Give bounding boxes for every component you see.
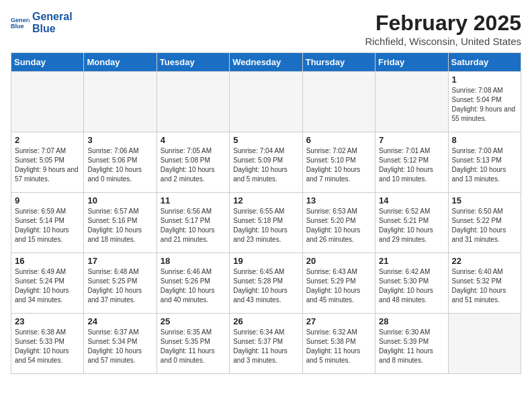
day-cell <box>11 72 84 132</box>
day-number: 24 <box>87 316 152 326</box>
day-number: 1 <box>452 75 517 85</box>
day-info: Sunrise: 7:04 AM Sunset: 5:09 PM Dayligh… <box>233 146 298 184</box>
day-number: 14 <box>379 195 444 205</box>
day-cell: 25Sunrise: 6:35 AM Sunset: 5:35 PM Dayli… <box>157 314 229 374</box>
weekday-header-row: SundayMondayTuesdayWednesdayThursdayFrid… <box>11 53 521 72</box>
week-row-2: 2Sunrise: 7:07 AM Sunset: 5:05 PM Daylig… <box>11 132 521 193</box>
day-cell: 13Sunrise: 6:53 AM Sunset: 5:20 PM Dayli… <box>302 193 375 253</box>
weekday-header-tuesday: Tuesday <box>157 53 229 72</box>
day-info: Sunrise: 6:43 AM Sunset: 5:29 PM Dayligh… <box>306 267 371 305</box>
logo: General Blue General Blue <box>11 11 73 34</box>
day-cell: 6Sunrise: 7:02 AM Sunset: 5:10 PM Daylig… <box>302 132 375 193</box>
day-number: 11 <box>161 195 226 205</box>
day-cell <box>157 72 229 132</box>
day-number: 2 <box>15 135 80 145</box>
week-row-4: 16Sunrise: 6:49 AM Sunset: 5:24 PM Dayli… <box>11 253 521 314</box>
page-header: General Blue General Blue February 2025 … <box>11 11 521 47</box>
day-info: Sunrise: 6:57 AM Sunset: 5:16 PM Dayligh… <box>87 207 152 244</box>
week-row-3: 9Sunrise: 6:59 AM Sunset: 5:14 PM Daylig… <box>11 193 521 253</box>
day-cell: 2Sunrise: 7:07 AM Sunset: 5:05 PM Daylig… <box>11 132 84 193</box>
day-info: Sunrise: 6:46 AM Sunset: 5:26 PM Dayligh… <box>161 267 226 305</box>
day-cell <box>84 72 157 132</box>
day-number: 12 <box>233 195 298 205</box>
day-number: 20 <box>306 256 371 266</box>
week-row-1: 1Sunrise: 7:08 AM Sunset: 5:04 PM Daylig… <box>11 72 521 132</box>
day-number: 13 <box>306 195 371 205</box>
day-info: Sunrise: 6:32 AM Sunset: 5:38 PM Dayligh… <box>306 328 371 365</box>
day-info: Sunrise: 6:35 AM Sunset: 5:35 PM Dayligh… <box>161 328 226 365</box>
day-info: Sunrise: 6:53 AM Sunset: 5:20 PM Dayligh… <box>306 207 371 244</box>
day-cell: 22Sunrise: 6:40 AM Sunset: 5:32 PM Dayli… <box>448 253 521 314</box>
day-info: Sunrise: 7:08 AM Sunset: 5:04 PM Dayligh… <box>452 86 517 124</box>
weekday-header-sunday: Sunday <box>11 53 84 72</box>
calendar-table: SundayMondayTuesdayWednesdayThursdayFrid… <box>11 52 521 374</box>
day-number: 5 <box>233 135 298 145</box>
day-cell: 11Sunrise: 6:56 AM Sunset: 5:17 PM Dayli… <box>157 193 229 253</box>
day-info: Sunrise: 7:06 AM Sunset: 5:06 PM Dayligh… <box>87 146 152 184</box>
day-cell: 23Sunrise: 6:38 AM Sunset: 5:33 PM Dayli… <box>11 314 84 374</box>
day-number: 19 <box>233 256 298 266</box>
week-row-5: 23Sunrise: 6:38 AM Sunset: 5:33 PM Dayli… <box>11 314 521 374</box>
day-number: 3 <box>87 135 152 145</box>
day-cell: 20Sunrise: 6:43 AM Sunset: 5:29 PM Dayli… <box>302 253 375 314</box>
day-info: Sunrise: 6:30 AM Sunset: 5:39 PM Dayligh… <box>379 328 444 365</box>
day-info: Sunrise: 6:40 AM Sunset: 5:32 PM Dayligh… <box>452 267 517 305</box>
day-info: Sunrise: 7:01 AM Sunset: 5:12 PM Dayligh… <box>379 146 444 184</box>
day-number: 18 <box>161 256 226 266</box>
day-cell: 16Sunrise: 6:49 AM Sunset: 5:24 PM Dayli… <box>11 253 84 314</box>
day-info: Sunrise: 6:42 AM Sunset: 5:30 PM Dayligh… <box>379 267 444 305</box>
day-info: Sunrise: 7:02 AM Sunset: 5:10 PM Dayligh… <box>306 146 371 184</box>
day-info: Sunrise: 6:37 AM Sunset: 5:34 PM Dayligh… <box>87 328 152 365</box>
day-number: 10 <box>87 195 152 205</box>
weekday-header-wednesday: Wednesday <box>230 53 302 72</box>
weekday-header-saturday: Saturday <box>448 53 521 72</box>
calendar-subtitle: Richfield, Wisconsin, United States <box>365 36 521 47</box>
day-cell: 12Sunrise: 6:55 AM Sunset: 5:18 PM Dayli… <box>230 193 302 253</box>
logo-text: General Blue <box>32 11 73 34</box>
day-number: 9 <box>15 195 80 205</box>
day-number: 21 <box>379 256 444 266</box>
day-number: 4 <box>161 135 226 145</box>
day-number: 17 <box>87 256 152 266</box>
day-cell: 15Sunrise: 6:50 AM Sunset: 5:22 PM Dayli… <box>448 193 521 253</box>
day-info: Sunrise: 6:56 AM Sunset: 5:17 PM Dayligh… <box>161 207 226 244</box>
svg-text:Blue: Blue <box>11 23 24 30</box>
day-cell: 17Sunrise: 6:48 AM Sunset: 5:25 PM Dayli… <box>84 253 157 314</box>
title-area: February 2025 Richfield, Wisconsin, Unit… <box>365 11 521 47</box>
day-info: Sunrise: 6:50 AM Sunset: 5:22 PM Dayligh… <box>452 207 517 244</box>
day-info: Sunrise: 7:05 AM Sunset: 5:08 PM Dayligh… <box>161 146 226 184</box>
day-number: 25 <box>161 316 226 326</box>
day-info: Sunrise: 6:49 AM Sunset: 5:24 PM Dayligh… <box>15 267 80 305</box>
day-number: 28 <box>379 316 444 326</box>
day-cell: 27Sunrise: 6:32 AM Sunset: 5:38 PM Dayli… <box>302 314 375 374</box>
day-number: 22 <box>452 256 517 266</box>
day-number: 27 <box>306 316 371 326</box>
day-info: Sunrise: 6:38 AM Sunset: 5:33 PM Dayligh… <box>15 328 80 365</box>
weekday-header-monday: Monday <box>84 53 157 72</box>
day-cell: 19Sunrise: 6:45 AM Sunset: 5:28 PM Dayli… <box>230 253 302 314</box>
day-cell: 10Sunrise: 6:57 AM Sunset: 5:16 PM Dayli… <box>84 193 157 253</box>
day-info: Sunrise: 7:07 AM Sunset: 5:05 PM Dayligh… <box>15 146 80 184</box>
day-cell <box>375 72 448 132</box>
day-cell: 28Sunrise: 6:30 AM Sunset: 5:39 PM Dayli… <box>375 314 448 374</box>
day-info: Sunrise: 6:52 AM Sunset: 5:21 PM Dayligh… <box>379 207 444 244</box>
day-cell: 5Sunrise: 7:04 AM Sunset: 5:09 PM Daylig… <box>230 132 302 193</box>
day-cell <box>230 72 302 132</box>
day-cell: 4Sunrise: 7:05 AM Sunset: 5:08 PM Daylig… <box>157 132 229 193</box>
day-cell: 26Sunrise: 6:34 AM Sunset: 5:37 PM Dayli… <box>230 314 302 374</box>
day-cell: 18Sunrise: 6:46 AM Sunset: 5:26 PM Dayli… <box>157 253 229 314</box>
day-number: 16 <box>15 256 80 266</box>
day-info: Sunrise: 6:45 AM Sunset: 5:28 PM Dayligh… <box>233 267 298 305</box>
day-cell: 9Sunrise: 6:59 AM Sunset: 5:14 PM Daylig… <box>11 193 84 253</box>
svg-text:General: General <box>11 16 30 23</box>
weekday-header-friday: Friday <box>375 53 448 72</box>
day-cell: 3Sunrise: 7:06 AM Sunset: 5:06 PM Daylig… <box>84 132 157 193</box>
day-info: Sunrise: 6:34 AM Sunset: 5:37 PM Dayligh… <box>233 328 298 365</box>
logo-icon: General Blue <box>11 13 30 32</box>
day-info: Sunrise: 7:00 AM Sunset: 5:13 PM Dayligh… <box>452 146 517 184</box>
day-info: Sunrise: 6:55 AM Sunset: 5:18 PM Dayligh… <box>233 207 298 244</box>
calendar-title: February 2025 <box>365 11 521 36</box>
day-number: 15 <box>452 195 517 205</box>
weekday-header-thursday: Thursday <box>302 53 375 72</box>
day-cell: 8Sunrise: 7:00 AM Sunset: 5:13 PM Daylig… <box>448 132 521 193</box>
